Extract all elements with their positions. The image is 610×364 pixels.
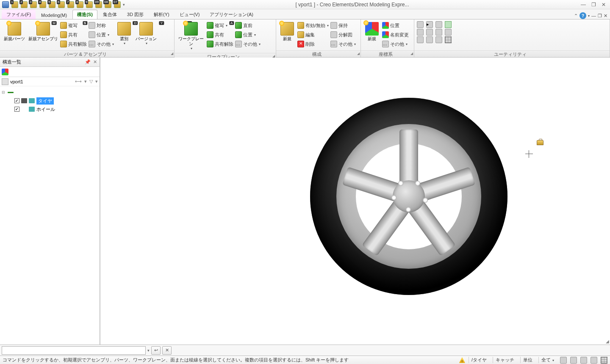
panel-close-icon[interactable]: ✕ xyxy=(93,59,97,65)
cmd-cancel-button[interactable]: ✕ xyxy=(162,346,172,355)
other-button[interactable]: …その他▾ xyxy=(89,40,114,48)
qa-btn-07[interactable]: 07 xyxy=(114,1,121,8)
mdi-minimize-icon[interactable]: — xyxy=(591,13,596,18)
status-view-2[interactable] xyxy=(570,357,577,364)
qa-btn-5[interactable]: 5 xyxy=(48,1,56,8)
pin-icon[interactable]: 📌 xyxy=(85,59,91,65)
position-button[interactable]: 位置▾ xyxy=(89,30,114,39)
wp-position-button[interactable]: 位置▾ xyxy=(235,30,261,39)
status-path[interactable]: /タイヤ xyxy=(469,357,489,363)
tab-analysis[interactable]: 解析(Y)Y xyxy=(149,10,174,19)
menubar-up-icon[interactable]: ⌃ xyxy=(574,13,578,19)
help-icon[interactable]: ? xyxy=(580,12,586,19)
tree-item-wheel[interactable]: ✓ ホイール xyxy=(1,105,99,113)
vport-tool-3[interactable]: ▾ xyxy=(95,79,98,84)
status-unit[interactable]: 単位 xyxy=(520,357,535,363)
enable-disable-button[interactable]: 有効/無効▾ xyxy=(297,21,329,30)
filter-icon[interactable]: ▽ xyxy=(89,79,93,84)
cs-rename-button[interactable]: 名前変更 xyxy=(382,30,409,39)
cfg-other-button[interactable]: …その他▾ xyxy=(330,40,356,48)
util-color-swatch[interactable] xyxy=(445,21,452,28)
tab-assembly[interactable]: 集合体 xyxy=(98,10,122,19)
tab-application[interactable]: アプリケーション(A)A xyxy=(205,10,258,19)
tab-modeling[interactable]: Modeling(M)M xyxy=(36,11,72,19)
vport-tool-1[interactable]: ⟷ xyxy=(75,79,82,84)
help-dropdown-icon[interactable]: ▾ xyxy=(588,14,590,18)
version-button[interactable]: バージョン ▾ xyxy=(134,21,158,46)
qa-btn-3[interactable]: 3 xyxy=(30,1,37,8)
qa-btn-1[interactable]: 1 xyxy=(11,1,19,8)
close-button[interactable]: ✕ xyxy=(600,1,607,8)
qa-btn-7[interactable]: 7 xyxy=(67,1,75,8)
qa-btn-08[interactable]: 08 xyxy=(104,1,112,8)
qa-btn-9[interactable]: 9 xyxy=(86,1,93,8)
qa-btn-8[interactable]: 8 xyxy=(76,1,84,8)
status-view-3[interactable] xyxy=(580,357,587,364)
util-icon-1[interactable] xyxy=(417,21,424,28)
share-button[interactable]: 共有 xyxy=(60,30,87,39)
util-icon-10[interactable] xyxy=(445,29,452,36)
qa-btn-4[interactable]: 4 xyxy=(39,1,47,8)
util-icon-7[interactable] xyxy=(435,21,442,28)
cmd-accept-button[interactable]: ↩ xyxy=(151,346,161,355)
maximize-button[interactable]: ❐ xyxy=(590,1,597,8)
launcher-icon[interactable]: ◢ xyxy=(357,52,360,55)
tab-file[interactable]: ファイル(F) xyxy=(2,10,36,19)
wp-share-button[interactable]: 共有 xyxy=(207,30,233,39)
edit-button[interactable]: 編集 xyxy=(297,30,329,39)
keep-button[interactable]: 保持 xyxy=(330,21,356,30)
launcher-icon[interactable]: ◢ xyxy=(410,52,413,55)
status-catch[interactable]: キャッチ xyxy=(493,357,517,363)
status-view-4[interactable] xyxy=(591,357,597,364)
app-icon[interactable] xyxy=(2,1,9,8)
wp-unshare-button[interactable]: 共有解除 xyxy=(207,40,233,48)
warning-icon[interactable]: ! xyxy=(459,357,465,363)
delete-button[interactable]: ✕削除 xyxy=(297,40,329,48)
exploded-button[interactable]: 分解図 xyxy=(330,30,356,39)
tab-3dshape[interactable]: 3D 図形D xyxy=(122,10,148,19)
util-icon-6[interactable] xyxy=(426,36,433,43)
checkbox-wheel[interactable]: ✓ xyxy=(14,107,19,112)
launcher-icon[interactable]: ◢ xyxy=(171,52,173,55)
wp-front-button[interactable]: 直前 xyxy=(235,21,261,30)
select-button[interactable]: 選別 ▾ xyxy=(116,21,133,46)
symmetry-button[interactable]: 対称 xyxy=(89,21,114,30)
checkbox-tire[interactable]: ✓ xyxy=(14,98,19,103)
util-icon-4[interactable]: ▸ xyxy=(426,21,433,28)
3d-viewport[interactable]: ◢ xyxy=(100,58,610,345)
util-icon-9[interactable] xyxy=(435,36,442,43)
status-view-1[interactable] xyxy=(560,357,567,364)
vport-tool-2[interactable]: ▾ xyxy=(84,79,87,84)
mdi-close-icon[interactable]: ✕ xyxy=(604,13,607,19)
util-icon-5[interactable] xyxy=(426,29,433,36)
status-all[interactable]: 全て ▾ xyxy=(538,357,557,363)
status-grid-icon[interactable] xyxy=(601,357,607,364)
util-icon-8[interactable] xyxy=(435,29,442,36)
wp-other-button[interactable]: …その他▾ xyxy=(235,40,261,48)
new-part-button[interactable]: 新規パーツ xyxy=(3,21,26,42)
cs-other-button[interactable]: …その他▾ xyxy=(382,40,409,48)
workplane-button[interactable]: ワークプレーン ▾ xyxy=(177,21,205,51)
cfg-new-button[interactable]: 新規 xyxy=(279,21,296,42)
tab-structure[interactable]: 構造(S)S xyxy=(72,10,97,19)
util-icon-3[interactable] xyxy=(417,36,424,43)
tab-view[interactable]: ビュー(V)V xyxy=(175,10,205,19)
util-grid-icon[interactable] xyxy=(445,36,452,43)
expand-icon[interactable]: ⊟ xyxy=(2,90,6,94)
unshare-button[interactable]: 共有解除 xyxy=(60,40,87,48)
qa-btn-09[interactable]: 09 xyxy=(95,1,103,8)
tree-item-tire[interactable]: ✓ タイヤ xyxy=(1,97,99,105)
mdi-restore-icon[interactable]: ❐ xyxy=(598,13,602,19)
cs-new-button[interactable]: 新規 xyxy=(363,21,380,42)
tree-root[interactable]: ⊟ xyxy=(1,88,99,97)
resize-grip-icon[interactable]: ◢ xyxy=(606,339,609,344)
cmd-dropdown-icon[interactable]: ▾ xyxy=(147,348,150,353)
cs-position-button[interactable]: 位置 xyxy=(382,21,409,30)
minimize-button[interactable]: — xyxy=(580,1,587,8)
qa-btn-6[interactable]: 6 xyxy=(58,1,65,8)
command-input[interactable] xyxy=(2,346,146,355)
qa-btn-2[interactable]: 2 xyxy=(20,1,28,8)
wheel-model[interactable] xyxy=(310,98,507,295)
display-mode-icon[interactable] xyxy=(21,98,27,103)
util-icon-2[interactable] xyxy=(417,29,424,36)
